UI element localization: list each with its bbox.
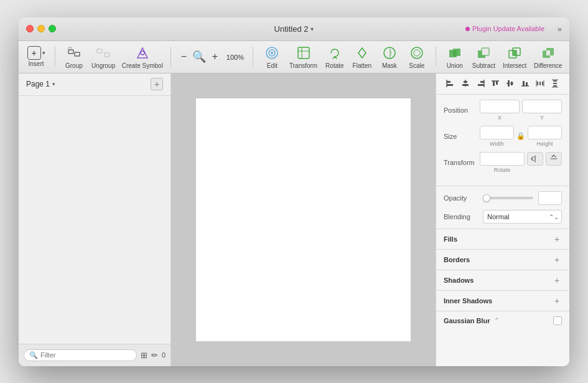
blending-label: Blending	[444, 213, 478, 220]
lock-icon[interactable]: 🔒	[516, 132, 525, 140]
distribute-v-button[interactable]	[548, 77, 562, 90]
maximize-button[interactable]	[49, 25, 56, 32]
rotate-button[interactable]: Rotate	[322, 42, 347, 72]
canvas-paper	[196, 98, 411, 341]
subtract-label: Subtract	[472, 62, 495, 69]
size-label: Size	[444, 133, 480, 140]
inner-shadows-add-icon[interactable]: +	[552, 296, 562, 306]
page-selector[interactable]: Page 1 ▾	[26, 80, 55, 88]
x-input[interactable]	[480, 100, 520, 113]
height-input-wrap: Height	[528, 126, 562, 147]
opacity-label: Opacity	[444, 194, 478, 202]
align-center-h-button[interactable]	[459, 77, 472, 90]
intersect-icon	[506, 44, 523, 62]
plugin-dot-icon	[465, 27, 470, 31]
transform-label: Transform	[289, 62, 317, 69]
ungroup-button[interactable]: Ungroup	[89, 42, 118, 72]
align-bottom-button[interactable]	[518, 77, 532, 90]
flatten-button[interactable]: Flatten	[350, 42, 375, 72]
width-input[interactable]	[480, 126, 514, 139]
rotate-icon	[326, 44, 343, 62]
blend-select[interactable]: Normal	[483, 210, 562, 224]
close-button[interactable]	[26, 25, 34, 32]
create-symbol-label: Create Symbol	[122, 62, 163, 69]
align-left-button[interactable]	[444, 77, 457, 90]
align-right-button[interactable]	[474, 77, 487, 90]
union-button[interactable]: Union	[442, 42, 467, 72]
align-top-button[interactable]	[488, 77, 502, 90]
zoom-in-button[interactable]: +	[208, 50, 221, 63]
svg-rect-23	[546, 50, 550, 55]
svg-rect-31	[478, 84, 484, 86]
minimize-button[interactable]	[37, 25, 45, 32]
borders-add-icon[interactable]: +	[552, 255, 562, 265]
width-sublabel: Width	[490, 141, 504, 147]
rotate-input[interactable]	[480, 152, 525, 166]
align-middle-v-button[interactable]	[503, 77, 517, 90]
scale-label: Scale	[409, 62, 424, 69]
gaussian-chevron-icon[interactable]: ⌃	[494, 317, 499, 324]
opacity-slider[interactable]	[483, 197, 533, 199]
scale-button[interactable]: Scale	[404, 42, 429, 72]
flip-buttons	[527, 152, 562, 173]
insert-plus-icon: +	[27, 46, 41, 60]
shadows-header[interactable]: Shadows +	[436, 270, 569, 290]
zoom-group: − 🔍 +	[177, 50, 221, 64]
svg-rect-4	[105, 53, 110, 57]
x-sublabel: X	[498, 115, 502, 121]
inner-shadows-title: Inner Shadows	[444, 297, 492, 305]
ungroup-icon	[95, 44, 112, 62]
shadows-section: Shadows +	[436, 270, 569, 290]
inner-shadows-header[interactable]: Inner Shadows +	[436, 291, 569, 311]
x-input-wrap: X	[480, 100, 520, 121]
titlebar: Untitled 2 ▾ Plugin Update Available »	[19, 17, 569, 41]
flip-h-button[interactable]	[527, 152, 543, 166]
y-input[interactable]	[522, 100, 562, 113]
svg-rect-24	[447, 81, 450, 83]
difference-button[interactable]: Difference	[531, 42, 564, 72]
traffic-lights	[26, 25, 56, 32]
insert-button[interactable]: + ▾ Insert	[24, 44, 49, 70]
filter-input-wrap[interactable]: 🔍	[24, 349, 137, 361]
pencil-icon[interactable]: ✏	[151, 351, 158, 360]
window-title: Untitled 2 ▾	[274, 24, 314, 34]
layers-panel[interactable]	[19, 96, 170, 344]
transform-row-label: Transform	[444, 159, 480, 166]
plugin-update-notice[interactable]: Plugin Update Available	[465, 25, 544, 32]
position-section: Position X Y Size	[436, 95, 569, 183]
svg-point-13	[414, 50, 420, 56]
canvas-area[interactable]	[171, 73, 436, 366]
titlebar-more-button[interactable]: »	[558, 24, 562, 34]
distribute-h-button[interactable]	[533, 77, 547, 90]
gaussian-blur-checkbox[interactable]	[553, 316, 562, 325]
transform-button[interactable]: Transform	[287, 42, 319, 72]
flatten-icon	[353, 44, 371, 62]
edit-label: Edit	[267, 62, 278, 69]
difference-icon	[539, 44, 557, 62]
height-input[interactable]	[528, 126, 562, 139]
filter-input[interactable]	[40, 351, 90, 359]
zoom-out-button[interactable]: −	[177, 50, 190, 63]
fills-add-icon[interactable]: +	[552, 234, 562, 244]
zoom-level[interactable]: 100%	[223, 50, 246, 64]
scale-icon	[408, 44, 426, 62]
gaussian-left: Gaussian Blur ⌃	[444, 317, 499, 324]
borders-header[interactable]: Borders +	[436, 250, 569, 270]
grid-view-icon[interactable]: ⊞	[141, 351, 147, 360]
intersect-button[interactable]: Intersect	[500, 42, 529, 72]
opacity-input[interactable]	[538, 191, 562, 205]
title-chevron: ▾	[310, 26, 314, 32]
flip-v-button[interactable]	[546, 152, 562, 166]
edit-button[interactable]: Edit	[259, 42, 284, 72]
mask-button[interactable]: Mask	[377, 42, 402, 72]
shadows-add-icon[interactable]: +	[552, 275, 562, 285]
add-page-button[interactable]: +	[151, 78, 163, 90]
fills-header[interactable]: Fills +	[436, 229, 569, 249]
create-symbol-button[interactable]: Create Symbol	[120, 42, 164, 72]
svg-point-6	[141, 51, 144, 55]
separator-2	[170, 47, 171, 67]
mask-icon	[381, 44, 398, 62]
group-button[interactable]: Group	[62, 42, 86, 72]
insert-chevron-icon: ▾	[42, 50, 45, 56]
subtract-button[interactable]: Subtract	[470, 42, 498, 72]
